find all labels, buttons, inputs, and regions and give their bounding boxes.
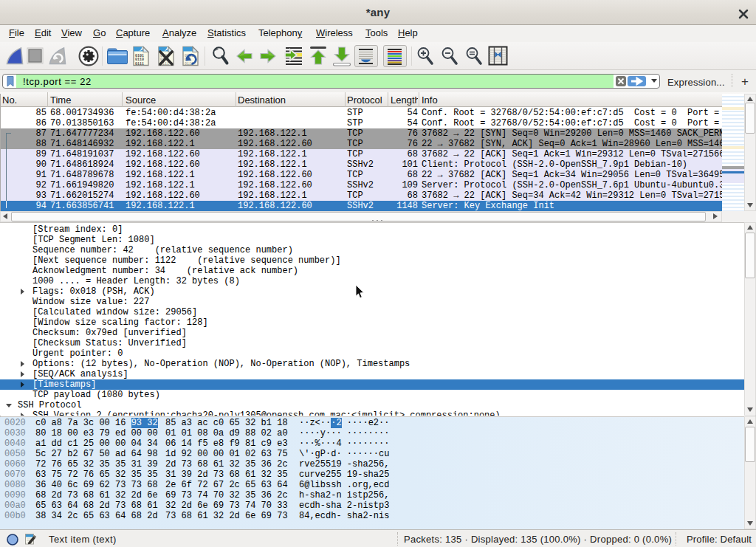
svg-text:0111: 0111 [135,62,144,66]
